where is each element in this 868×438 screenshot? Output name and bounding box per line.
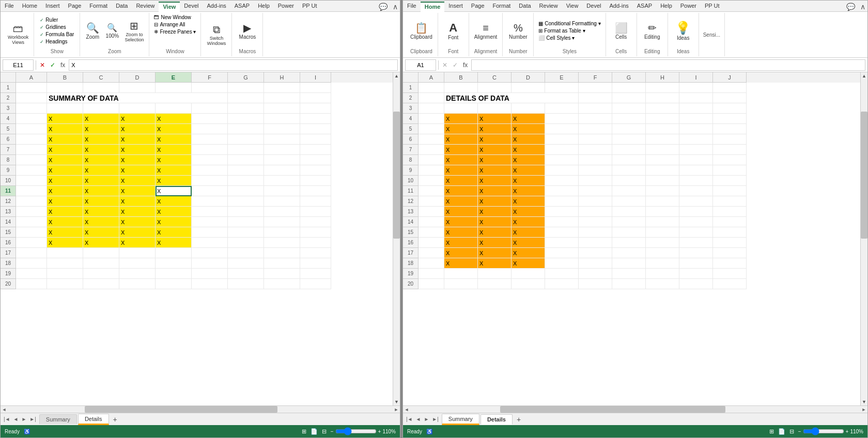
comment-icon-right[interactable]: 💬: [843, 2, 858, 11]
macros-btn[interactable]: ▶ Macros: [237, 21, 258, 41]
col-i-right[interactable]: I: [679, 72, 713, 83]
tab-data-right[interactable]: Data: [515, 2, 535, 11]
cell-b7[interactable]: X: [47, 145, 83, 155]
rcell-j15[interactable]: [713, 227, 747, 238]
cell-g11[interactable]: [228, 186, 264, 196]
cell-a6[interactable]: [16, 134, 47, 145]
rcell-c10[interactable]: X: [478, 176, 512, 186]
rcell-c5[interactable]: X: [478, 124, 512, 134]
rcell-c6[interactable]: X: [478, 134, 512, 145]
rcell-h8[interactable]: [646, 155, 679, 165]
rcell-i14[interactable]: [679, 217, 713, 227]
cell-c14[interactable]: X: [83, 217, 119, 227]
rcell-h14[interactable]: [646, 217, 679, 227]
rcell-e15[interactable]: [545, 227, 579, 238]
rcell-i4[interactable]: [679, 114, 713, 124]
collapse-ribbon-right[interactable]: ∧: [858, 2, 867, 11]
cell-b9[interactable]: X: [47, 165, 83, 176]
tab-summary-left[interactable]: Summary: [39, 414, 77, 424]
rcell-a12[interactable]: [419, 196, 444, 207]
cell-b10[interactable]: X: [47, 176, 83, 186]
cell-c11[interactable]: X: [83, 186, 119, 196]
rcell-g6[interactable]: [612, 134, 646, 145]
cell-a8[interactable]: [16, 155, 47, 165]
cell-e16[interactable]: X: [156, 238, 192, 248]
rcell-h6[interactable]: [646, 134, 679, 145]
rcell-j20[interactable]: [713, 279, 747, 289]
rcell-d5[interactable]: X: [512, 124, 545, 134]
zoom-out-btn-right[interactable]: −: [798, 429, 801, 434]
ideas-btn[interactable]: 💡 Ideas: [671, 19, 695, 43]
rcell-c15[interactable]: X: [478, 227, 512, 238]
rcell-f8[interactable]: [579, 155, 612, 165]
grid-view-icon[interactable]: ⊞: [302, 428, 306, 435]
cell-g18[interactable]: [228, 258, 264, 269]
confirm-formula-left[interactable]: ✓: [49, 61, 57, 69]
rcell-g5[interactable]: [612, 124, 646, 134]
row-1-left[interactable]: 1: [1, 83, 16, 93]
cell-i14[interactable]: [300, 217, 331, 227]
cell-d13[interactable]: X: [119, 207, 156, 217]
cell-e20[interactable]: [156, 279, 192, 289]
rcell-h18[interactable]: [646, 258, 679, 269]
rcell-b17[interactable]: X: [444, 248, 478, 258]
rcell-i5[interactable]: [679, 124, 713, 134]
row-18-left[interactable]: 18: [1, 258, 16, 269]
rcell-i2[interactable]: [679, 93, 713, 103]
cell-h19[interactable]: [264, 269, 300, 279]
rcell-a20[interactable]: [419, 279, 444, 289]
cell-g7[interactable]: [228, 145, 264, 155]
rcell-j18[interactable]: [713, 258, 747, 269]
rcell-h12[interactable]: [646, 196, 679, 207]
cell-i1[interactable]: [300, 83, 331, 93]
zoom-btn[interactable]: 🔍 Zoom: [83, 21, 102, 41]
rcell-i9[interactable]: [679, 165, 713, 176]
cell-i7[interactable]: [300, 145, 331, 155]
cell-b1[interactable]: [47, 83, 83, 93]
rcell-e3[interactable]: [545, 103, 579, 114]
rrow-1[interactable]: 1: [403, 83, 419, 93]
cell-d7[interactable]: X: [119, 145, 156, 155]
cell-a3[interactable]: [16, 103, 47, 114]
cell-h13[interactable]: [264, 207, 300, 217]
rcell-a6[interactable]: [419, 134, 444, 145]
rcell-h11[interactable]: [646, 186, 679, 196]
rcell-e19[interactable]: [545, 269, 579, 279]
row-17-left[interactable]: 17: [1, 248, 16, 258]
rcell-b11[interactable]: X: [444, 186, 478, 196]
rcell-i20[interactable]: [679, 279, 713, 289]
cell-e18[interactable]: [156, 258, 192, 269]
col-e-right[interactable]: E: [545, 72, 579, 83]
cell-f17[interactable]: [192, 248, 228, 258]
rcell-d17[interactable]: X: [512, 248, 545, 258]
cell-g5[interactable]: [228, 124, 264, 134]
rrow-16[interactable]: 16: [403, 238, 419, 248]
cell-b18[interactable]: [47, 258, 83, 269]
cell-e17[interactable]: [156, 248, 192, 258]
cell-h1[interactable]: [264, 83, 300, 93]
right-scroll-down[interactable]: ▼: [861, 398, 867, 405]
cell-f13[interactable]: [192, 207, 228, 217]
cell-d20[interactable]: [119, 279, 156, 289]
cell-g12[interactable]: [228, 196, 264, 207]
cell-b15[interactable]: X: [47, 227, 83, 238]
number-btn[interactable]: % Number: [507, 21, 530, 41]
rrow-4[interactable]: 4: [403, 114, 419, 124]
cell-f19[interactable]: [192, 269, 228, 279]
row-4-left[interactable]: 4: [1, 114, 16, 124]
rrow-14[interactable]: 14: [403, 217, 419, 227]
zoom-out-btn-left[interactable]: −: [331, 429, 334, 434]
right-hscroll-left[interactable]: ◄: [403, 406, 410, 413]
rcell-g15[interactable]: [612, 227, 646, 238]
rrow-8[interactable]: 8: [403, 155, 419, 165]
left-hscroll-right[interactable]: ►: [393, 406, 400, 413]
cell-b19[interactable]: [47, 269, 83, 279]
cell-h5[interactable]: [264, 124, 300, 134]
row-2-left[interactable]: 2: [1, 93, 16, 103]
rcell-a5[interactable]: [419, 124, 444, 134]
cell-h12[interactable]: [264, 196, 300, 207]
cell-g14[interactable]: [228, 217, 264, 227]
tab-review-right[interactable]: Review: [535, 2, 562, 11]
rcell-h2[interactable]: [646, 93, 679, 103]
tab-file-right[interactable]: File: [403, 2, 421, 11]
